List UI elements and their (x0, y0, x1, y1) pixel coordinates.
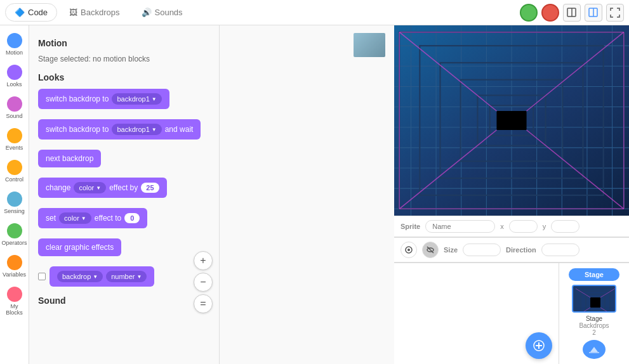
block-clear-effects-text: clear graphic effects (46, 243, 114, 252)
backdrops-count: 2 (592, 329, 596, 336)
direction-input[interactable] (541, 244, 579, 256)
stop-button[interactable] (541, 4, 559, 22)
block-clear-effects[interactable]: clear graphic effects (38, 238, 121, 256)
backdrops-label: Backdrops 2 (579, 322, 609, 336)
layout-btn-2[interactable] (585, 4, 602, 22)
sidebar-control-label: Control (5, 176, 23, 183)
stage-panel: Stage Stage Back (559, 263, 629, 364)
bottom-panels: Stage Stage Back (394, 263, 629, 364)
block-backdrop-dropdown-1[interactable]: backdrop1 (112, 93, 161, 105)
block-switch-backdrop[interactable]: switch backdrop to backdrop1 (38, 89, 169, 109)
sidebar-item-variables[interactable]: Variables (1, 251, 28, 282)
sprite-name-input[interactable] (425, 220, 495, 233)
sidebar-item-sensing[interactable]: Sensing (1, 188, 28, 218)
looks-section-title: Looks (38, 72, 210, 82)
block-switch-backdrop-text: switch backdrop to (46, 94, 109, 103)
top-bar-controls (520, 4, 624, 22)
stage-canvas (394, 25, 629, 216)
motion-section-title: Motion (38, 38, 210, 48)
layout-btn-1[interactable] (563, 4, 581, 22)
show-icon-btn[interactable] (401, 242, 417, 258)
tab-code[interactable]: 🔷 Code (5, 3, 57, 22)
sidebar-sensing-label: Sensing (4, 208, 25, 214)
green-flag-button[interactable] (520, 4, 538, 22)
block-set-effect[interactable]: set color effect to 0 (38, 208, 147, 228)
hide-icon-btn[interactable] (422, 242, 439, 258)
zoom-reset-button[interactable]: = (194, 294, 213, 313)
sound-section-title: Sound (38, 296, 210, 306)
block-set-text: set (46, 214, 56, 223)
tab-sounds-label: Sounds (155, 8, 183, 17)
svg-rect-54 (589, 352, 599, 353)
sidebar-item-looks[interactable]: Looks (1, 61, 28, 91)
stage-tab-button[interactable]: Stage (569, 268, 619, 281)
sidebar-item-sound[interactable]: Sound (1, 93, 28, 123)
block-switch-backdrop-wait-text: switch backdrop to (46, 125, 109, 134)
sidebar-myblocks-label: My Blocks (4, 303, 25, 316)
backdrops-icon: 🖼 (69, 8, 77, 17)
block-change-effect[interactable]: change color effect by 25 (38, 178, 167, 198)
block-effect-value[interactable]: 25 (141, 183, 159, 193)
y-label: y (543, 223, 546, 230)
block-next-backdrop-text: next backdrop (46, 154, 93, 163)
sidebar-events-label: Events (6, 145, 23, 151)
block-and-wait-text: and wait (165, 125, 194, 134)
backdrop-number-checkbox[interactable] (38, 273, 46, 280)
blocks-panel: Motion Stage selected: no motion blocks … (29, 25, 220, 364)
block-color-dropdown-1[interactable]: color (74, 182, 106, 193)
direction-label: Direction (506, 246, 536, 254)
size-label: Size (444, 246, 458, 254)
svg-rect-49 (590, 297, 600, 308)
sidebar-looks-label: Looks (6, 81, 22, 88)
backdrops-text: Backdrops (579, 322, 609, 329)
tab-backdrops[interactable]: 🖼 Backdrops (60, 3, 129, 22)
sidebar-item-control[interactable]: Control (1, 156, 28, 186)
stage-preview-thumbnail[interactable] (572, 285, 616, 313)
sidebar-variables-label: Variables (3, 271, 26, 278)
stage-view (394, 25, 629, 216)
zoom-controls: + − = (194, 251, 213, 313)
block-number-dropdown[interactable]: number (106, 271, 147, 282)
block-color-dropdown-2[interactable]: color (59, 212, 91, 224)
svg-point-39 (407, 249, 410, 251)
block-change-text: change (46, 183, 70, 192)
sprite-label: Sprite (401, 223, 420, 230)
block-switch-backdrop-wait[interactable]: switch backdrop to backdrop1 and wait (38, 119, 201, 140)
sidebar-sound-label: Sound (6, 113, 22, 119)
stage-mini-thumbnail (354, 33, 385, 57)
sidebar-item-myblocks[interactable]: My Blocks (1, 283, 28, 320)
main-area: Motion Looks Sound Events Control Sensin… (0, 25, 629, 364)
block-next-backdrop[interactable]: next backdrop (38, 150, 101, 167)
block-backdrop-dropdown-3[interactable]: backdrop (57, 271, 103, 282)
tab-backdrops-label: Backdrops (81, 8, 119, 17)
sidebar-operators-label: Operators (1, 240, 27, 246)
sprite-info-bar: Sprite x y (394, 216, 629, 237)
svg-rect-29 (496, 111, 526, 130)
block-set-value[interactable]: 0 (124, 213, 140, 223)
add-sprite-button[interactable] (526, 332, 552, 359)
sprite-list-panel (394, 263, 559, 364)
block-backdrop-dropdown-2[interactable]: backdrop1 (112, 124, 161, 135)
y-input[interactable] (551, 220, 579, 233)
sidebar-item-operators[interactable]: Operators (1, 219, 28, 250)
sounds-icon: 🔊 (142, 8, 152, 17)
stage-name: Stage (586, 315, 602, 322)
block-effect-to-text: effect to (95, 214, 121, 223)
x-label: x (500, 223, 504, 230)
category-sidebar: Motion Looks Sound Events Control Sensin… (0, 25, 29, 364)
sidebar-item-motion[interactable]: Motion (1, 29, 28, 60)
sidebar-item-events[interactable]: Events (1, 124, 28, 155)
zoom-out-button[interactable]: − (194, 273, 213, 292)
sidebar-motion-label: Motion (6, 49, 23, 56)
add-backdrop-button[interactable] (583, 340, 606, 359)
zoom-in-button[interactable]: + (194, 251, 213, 270)
layout-btn-fullscreen[interactable] (606, 4, 624, 22)
block-effect-by-text: effect by (109, 183, 138, 192)
size-input[interactable] (463, 244, 501, 256)
tab-sounds[interactable]: 🔊 Sounds (132, 3, 192, 22)
top-bar: 🔷 Code 🖼 Backdrops 🔊 Sounds (0, 0, 629, 25)
block-backdrop-number[interactable]: backdrop number (50, 266, 154, 287)
x-input[interactable] (509, 220, 538, 233)
sprite-detail-bar: Size Direction (394, 237, 629, 263)
script-area[interactable] (220, 25, 394, 364)
